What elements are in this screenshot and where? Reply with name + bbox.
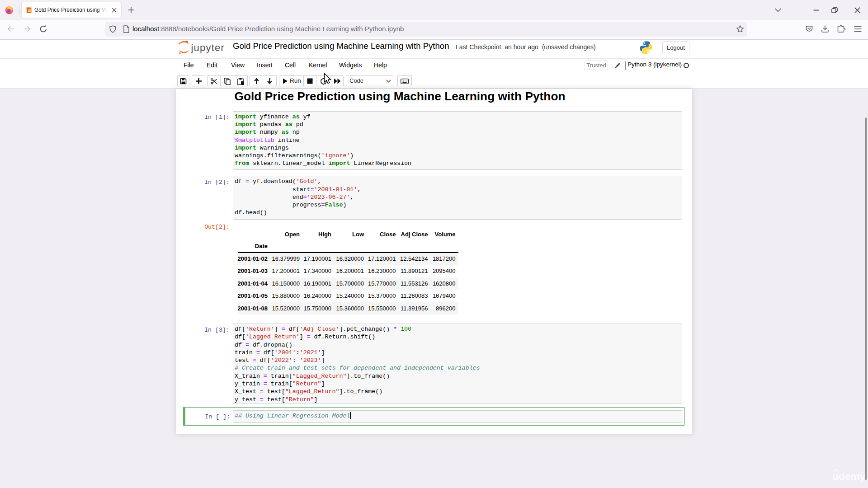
svg-text:jupyter: jupyter <box>191 42 225 53</box>
